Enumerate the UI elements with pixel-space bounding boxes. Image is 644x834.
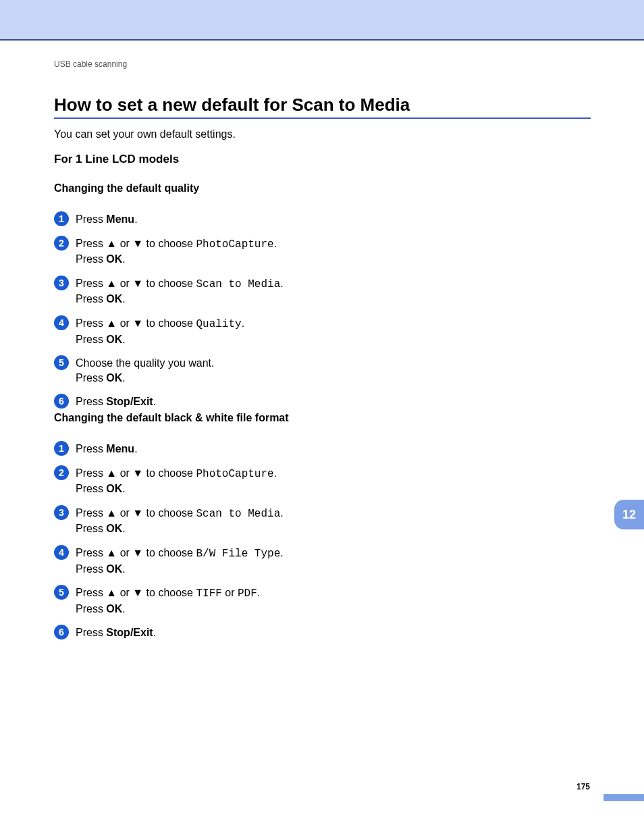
up-arrow-icon: ▲ (106, 507, 117, 519)
t: . (242, 317, 244, 329)
step: 4 Press ▲ or ▼ to choose Quality. Press … (54, 316, 587, 346)
t: Press (76, 278, 106, 289)
t: OK (106, 523, 122, 534)
subheading-models: For 1 Line LCD models (54, 153, 179, 166)
mono: PhotoCapture (196, 468, 273, 480)
t: to choose (143, 587, 196, 598)
t: . (122, 563, 125, 575)
t: to choose (143, 238, 196, 249)
step-body: Choose the quality you want. Press OK. (76, 356, 214, 385)
t: or (117, 278, 132, 289)
t: . (153, 627, 156, 638)
page-title: How to set a new default for Scan to Med… (54, 95, 410, 115)
t: . (134, 443, 137, 454)
t: Press (76, 507, 106, 519)
t: Menu (106, 443, 134, 454)
up-arrow-icon: ▲ (106, 278, 117, 289)
t: . (122, 483, 125, 494)
step-bullet: 4 (54, 545, 69, 560)
t: OK (106, 603, 122, 615)
step-bullet: 5 (54, 355, 69, 370)
steps-section-a: 1 Press Menu. 2 Press ▲ or ▼ to choose P… (54, 203, 587, 409)
t: Press (76, 396, 106, 407)
step: 3 Press ▲ or ▼ to choose Scan to Media. … (54, 276, 587, 307)
t: Press (76, 253, 106, 265)
t: or (222, 587, 238, 598)
t: Choose the quality you want. (76, 357, 214, 369)
t: Press (76, 627, 106, 638)
mono: PhotoCapture (196, 238, 273, 251)
t: . (134, 213, 137, 225)
step-body: Press ▲ or ▼ to choose TIFF or PDF. Pres… (76, 585, 260, 616)
t: or (117, 547, 132, 558)
subheading-bw-format: Changing the default black & white file … (54, 412, 289, 424)
t: Press (76, 372, 106, 384)
t: Press (76, 334, 106, 345)
t: . (122, 372, 125, 384)
step: 1 Press Menu. (54, 442, 587, 457)
up-arrow-icon: ▲ (106, 238, 117, 249)
t: Press (76, 483, 106, 494)
t: . (122, 293, 125, 305)
step-body: Press ▲ or ▼ to choose Scan to Media. Pr… (76, 506, 284, 536)
subheading-quality: Changing the default quality (54, 182, 199, 194)
up-arrow-icon: ▲ (106, 587, 117, 598)
step: 5 Choose the quality you want. Press OK. (54, 356, 587, 385)
t: Press (76, 523, 106, 534)
t: Press (76, 293, 106, 305)
t: to choose (143, 317, 196, 329)
step-body: Press Stop/Exit. (76, 625, 156, 640)
up-arrow-icon: ▲ (106, 467, 117, 479)
t: or (117, 507, 132, 519)
mono: PDF (238, 588, 257, 600)
t: . (280, 507, 283, 519)
steps-section-b: 1 Press Menu. 2 Press ▲ or ▼ to choose P… (54, 432, 587, 640)
t: or (117, 467, 132, 479)
step: 2 Press ▲ or ▼ to choose PhotoCapture. P… (54, 236, 587, 267)
down-arrow-icon: ▼ (132, 278, 143, 289)
t: Press (76, 467, 106, 479)
mono: Quality (196, 318, 241, 330)
step-body: Press Menu. (76, 442, 138, 457)
t: Press (76, 563, 106, 575)
step-bullet: 4 (54, 315, 69, 330)
section-tab: 12 (614, 500, 644, 529)
t: to choose (143, 547, 196, 558)
t: . (122, 603, 125, 615)
step-body: Press Menu. (76, 212, 138, 227)
t: to choose (143, 278, 196, 289)
t: OK (106, 483, 122, 494)
t: . (257, 587, 260, 598)
t: or (117, 317, 132, 329)
title-rule (54, 118, 591, 119)
t: . (280, 278, 283, 289)
t: . (122, 334, 125, 345)
mono: Scan to Media (196, 508, 280, 520)
step: 6 Press Stop/Exit. (54, 625, 587, 640)
t: Press (76, 587, 106, 598)
step-bullet: 1 (54, 211, 69, 226)
t: Press (76, 317, 106, 329)
down-arrow-icon: ▼ (132, 507, 143, 519)
t: or (117, 238, 132, 249)
t: . (280, 547, 283, 558)
step: 5 Press ▲ or ▼ to choose TIFF or PDF. Pr… (54, 585, 587, 616)
step-bullet: 2 (54, 465, 69, 480)
t: OK (106, 372, 122, 384)
down-arrow-icon: ▼ (132, 587, 143, 598)
t: Stop/Exit (106, 627, 153, 638)
t: Stop/Exit (106, 396, 153, 407)
t: Press (76, 443, 106, 454)
t: to choose (143, 507, 196, 519)
step: 3 Press ▲ or ▼ to choose Scan to Media. … (54, 506, 587, 536)
up-arrow-icon: ▲ (106, 547, 117, 558)
up-arrow-icon: ▲ (106, 317, 117, 329)
step-bullet: 5 (54, 585, 69, 600)
t: OK (106, 334, 122, 345)
step-bullet: 2 (54, 236, 69, 251)
t: or (117, 587, 132, 598)
step-bullet: 6 (54, 625, 69, 640)
mono: TIFF (196, 588, 221, 600)
page-number: 175 (576, 782, 590, 791)
mono: B/W File Type (196, 548, 280, 560)
